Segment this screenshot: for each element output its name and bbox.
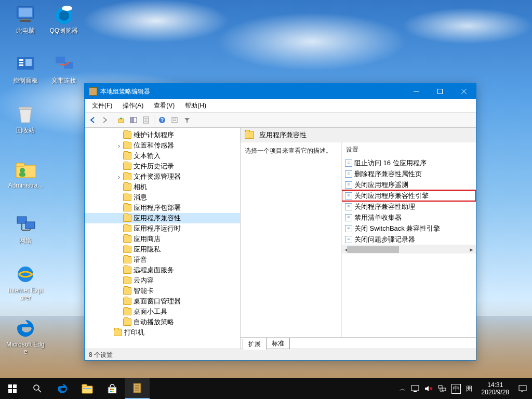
setting-item[interactable]: ≡删除程序兼容性属性页: [342, 168, 476, 179]
tree-node[interactable]: 维护计划程序: [85, 130, 240, 140]
desktop-icon-qq-browser[interactable]: QQ浏览器: [45, 4, 83, 34]
back-button[interactable]: [87, 114, 98, 126]
show-hide-tree-button[interactable]: [128, 114, 139, 126]
taskbar-edge[interactable]: [50, 378, 75, 399]
network-icon: [15, 214, 36, 235]
tab-standard[interactable]: 标准: [266, 338, 290, 349]
desktop-icon-admin[interactable]: Administra...: [6, 159, 45, 189]
policy-icon: ≡: [345, 170, 352, 178]
taskbar-clock[interactable]: 14:31 2020/9/28: [477, 381, 513, 396]
scroll-right-arrow[interactable]: ►: [467, 245, 476, 254]
tree-node[interactable]: 语音: [85, 255, 240, 265]
filter-button[interactable]: [181, 114, 193, 126]
start-button[interactable]: [0, 378, 25, 399]
tree-node[interactable]: 远程桌面服务: [85, 265, 240, 275]
settings-list[interactable]: 设置 ≡阻止访问 16 位应用程序≡删除程序兼容性属性页≡关闭应用程序遥测≡关闭…: [342, 142, 476, 337]
tree-node[interactable]: 应用隐私: [85, 244, 240, 255]
svg-rect-15: [25, 222, 35, 229]
desktop-icon-ie[interactable]: Internet Explorer: [6, 264, 45, 301]
menu-file[interactable]: 文件(F): [87, 99, 117, 112]
setting-item[interactable]: ≡关闭问题步骤记录器: [342, 234, 476, 245]
tree-node[interactable]: 打印机: [85, 327, 240, 338]
tree-node[interactable]: 智能卡: [85, 286, 240, 296]
svg-point-45: [34, 385, 39, 390]
tree-node[interactable]: 云内容: [85, 275, 240, 286]
help-button[interactable]: ?: [156, 114, 168, 126]
action-center-icon[interactable]: [518, 384, 527, 393]
export-list-button[interactable]: [169, 114, 180, 126]
tray-volume-muted-icon[interactable]: [424, 385, 433, 392]
tray-network-icon[interactable]: [438, 385, 446, 392]
desktop-icon-network[interactable]: 网络: [6, 214, 45, 244]
ime-indicator-2[interactable]: 囲: [466, 384, 472, 393]
taskbar-explorer[interactable]: [75, 378, 100, 399]
svg-rect-13: [19, 172, 25, 177]
expand-toggle-icon[interactable]: ›: [115, 142, 123, 150]
setting-item[interactable]: ≡关闭 SwitchBack 兼容性引擎: [342, 223, 476, 234]
setting-item[interactable]: ≡阻止访问 16 位应用程序: [342, 157, 476, 168]
maximize-button[interactable]: [428, 84, 452, 99]
taskbar[interactable]: ︿ 中 囲 14:31 2020/9/28: [0, 378, 532, 399]
menu-action[interactable]: 操作(A): [117, 99, 149, 112]
horizontal-scrollbar[interactable]: ◄ ►: [342, 245, 476, 254]
tree-node[interactable]: 消息: [85, 192, 240, 203]
folder-icon: [123, 256, 131, 263]
tree-node[interactable]: 自动播放策略: [85, 317, 240, 327]
description-pane: 选择一个项目来查看它的描述。: [241, 142, 342, 337]
tree-node-label: 消息: [134, 193, 147, 202]
properties-button[interactable]: [140, 114, 152, 126]
policy-icon: ≡: [345, 214, 352, 221]
search-button[interactable]: [25, 378, 50, 399]
folder-icon: [123, 215, 131, 222]
close-button[interactable]: [452, 84, 476, 99]
titlebar[interactable]: 本地组策略编辑器: [85, 84, 476, 99]
up-button[interactable]: [115, 114, 127, 126]
tree-panel[interactable]: 维护计划程序›位置和传感器文本输入文件历史记录›文件资源管理器相机消息应用程序包…: [85, 128, 241, 349]
ime-indicator-1[interactable]: 中: [451, 384, 461, 394]
tree-node[interactable]: 文本输入: [85, 151, 240, 161]
minimize-button[interactable]: [404, 84, 428, 99]
taskbar-gpedit[interactable]: [125, 378, 150, 399]
tray-display-icon[interactable]: [411, 385, 419, 392]
setting-item[interactable]: ≡关闭程序兼容性助理: [342, 201, 476, 212]
tree-node-label: 应用程序运行时: [134, 224, 181, 233]
column-header-setting[interactable]: 设置: [342, 142, 476, 157]
folder-icon: [123, 163, 131, 170]
tree-node[interactable]: 桌面窗口管理器: [85, 296, 240, 307]
desktop-icon-edge[interactable]: Microsoft Edge: [6, 318, 45, 355]
tree-node[interactable]: 相机: [85, 182, 240, 192]
taskbar-store[interactable]: [100, 378, 125, 399]
qq-browser-icon: [54, 4, 74, 25]
tree-node[interactable]: 应用程序包部署: [85, 203, 240, 213]
tree-node[interactable]: ›文件资源管理器: [85, 171, 240, 182]
setting-item[interactable]: ≡关闭应用程序兼容性引擎: [342, 190, 476, 201]
recycle-bin-icon: [15, 104, 36, 125]
desktop-icon-broadband[interactable]: 宽带连接: [45, 54, 83, 84]
tree-node[interactable]: 桌面小工具: [85, 307, 240, 317]
folder-icon: [123, 277, 131, 284]
menu-view[interactable]: 查看(V): [149, 99, 180, 112]
tree-node[interactable]: 文件历史记录: [85, 161, 240, 171]
icon-label: 回收站: [6, 127, 45, 134]
desktop-icon-recycle-bin[interactable]: 回收站: [6, 104, 45, 134]
setting-item[interactable]: ≡关闭应用程序遥测: [342, 179, 476, 190]
icon-label: 宽带连接: [45, 77, 83, 84]
desktop-icon-this-pc[interactable]: 此电脑: [6, 4, 45, 34]
expand-toggle-icon[interactable]: ›: [115, 173, 123, 181]
forward-button[interactable]: [99, 114, 111, 126]
scroll-thumb[interactable]: [347, 246, 399, 253]
tree-node[interactable]: 应用程序运行时: [85, 223, 240, 234]
setting-item[interactable]: ≡禁用清单收集器: [342, 212, 476, 223]
tree-node[interactable]: 应用商店: [85, 234, 240, 244]
tab-extended[interactable]: 扩展: [243, 339, 267, 350]
policy-icon: ≡: [345, 225, 352, 232]
tree-node[interactable]: 应用程序兼容性: [85, 213, 240, 223]
tree-node[interactable]: ›位置和传感器: [85, 140, 240, 151]
tree-node-label: 应用隐私: [134, 245, 161, 254]
desktop-icon-control-panel[interactable]: 控制面板: [6, 54, 45, 84]
svg-rect-49: [83, 388, 91, 389]
svg-rect-29: [118, 119, 124, 123]
menu-help[interactable]: 帮助(H): [180, 99, 211, 112]
system-tray: ︿ 中 囲 14:31 2020/9/28: [394, 381, 532, 396]
tray-chevron-up-icon[interactable]: ︿: [400, 384, 406, 393]
